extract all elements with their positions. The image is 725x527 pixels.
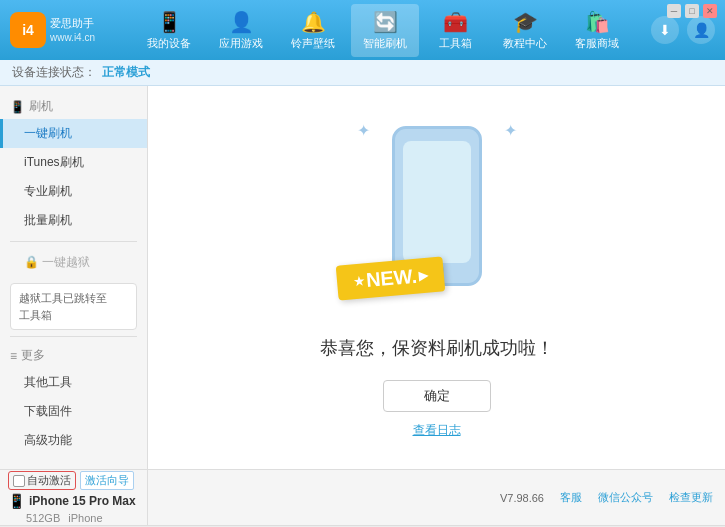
activate-row: 自动激活 激活向导 bbox=[8, 471, 139, 490]
sidebar-item-download[interactable]: 下载固件 bbox=[0, 397, 147, 426]
nav-my-device[interactable]: 📱 我的设备 bbox=[135, 4, 203, 57]
sidebar-section-more: ≡ 更多 bbox=[0, 343, 147, 368]
nav-ringtone-label: 铃声壁纸 bbox=[291, 36, 335, 51]
sidebar-item-pro[interactable]: 专业刷机 bbox=[0, 177, 147, 206]
my-device-icon: 📱 bbox=[157, 10, 182, 34]
bottom-device-bar: 自动激活 激活向导 📱 iPhone 15 Pro Max 512GB iPho… bbox=[0, 469, 725, 525]
phone-illustration: ✦ ✦ ✦ ★ NEW. ▶ bbox=[347, 116, 527, 316]
auto-activate-box: 自动激活 bbox=[8, 471, 76, 490]
nav-tools[interactable]: 🧰 工具箱 bbox=[423, 4, 487, 57]
nav-tutorial[interactable]: 🎓 教程中心 bbox=[491, 4, 559, 57]
sidebar-item-advanced[interactable]: 高级功能 bbox=[0, 426, 147, 455]
logo-icon: i4 bbox=[10, 12, 46, 48]
device-phone-icon: 📱 bbox=[8, 493, 25, 509]
header-right: ⬇ 👤 bbox=[651, 16, 715, 44]
sidebar-item-one-key[interactable]: 一键刷机 bbox=[0, 119, 147, 148]
logo-text: 爱思助手 www.i4.cn bbox=[50, 16, 95, 43]
auto-activate-checkbox[interactable] bbox=[13, 475, 25, 487]
new-ribbon: ★ NEW. ▶ bbox=[335, 256, 445, 300]
customer-service-link[interactable]: 客服 bbox=[560, 490, 582, 505]
close-button[interactable]: ✕ bbox=[703, 4, 717, 18]
guide-button[interactable]: 激活向导 bbox=[80, 471, 134, 490]
flash-section-label: 刷机 bbox=[29, 98, 53, 115]
sparkle-top-right: ✦ bbox=[504, 121, 517, 140]
apps-icon: 👤 bbox=[229, 10, 254, 34]
more-section-label: 更多 bbox=[21, 347, 45, 364]
auto-activate-label: 自动激活 bbox=[27, 473, 71, 488]
update-link[interactable]: 检查更新 bbox=[669, 490, 713, 505]
wechat-link[interactable]: 微信公众号 bbox=[598, 490, 653, 505]
nav-ringtone[interactable]: 🔔 铃声壁纸 bbox=[279, 4, 347, 57]
status-label: 设备连接状态： bbox=[12, 64, 96, 81]
version-label: V7.98.66 bbox=[500, 492, 544, 504]
nav-store-label: 客服商域 bbox=[575, 36, 619, 51]
tutorial-icon: 🎓 bbox=[513, 10, 538, 34]
sidebar-item-other-tools[interactable]: 其他工具 bbox=[0, 368, 147, 397]
device-name: iPhone 15 Pro Max bbox=[29, 494, 136, 508]
device-storage: 512GB bbox=[26, 512, 60, 524]
sidebar-divider-1 bbox=[10, 241, 137, 242]
confirm-button[interactable]: 确定 bbox=[383, 380, 491, 412]
flash-section-icon: 📱 bbox=[10, 100, 25, 114]
bottom-right-panel: V7.98.66 客服 微信公众号 检查更新 bbox=[148, 470, 725, 525]
success-text: 恭喜您，保资料刷机成功啦！ bbox=[320, 336, 554, 360]
ribbon-star-left: ★ bbox=[352, 274, 364, 289]
more-section-icon: ≡ bbox=[10, 349, 17, 363]
logo: i4 爱思助手 www.i4.cn bbox=[10, 12, 95, 48]
status-bar: 设备连接状态： 正常模式 bbox=[0, 60, 725, 86]
maximize-button[interactable]: □ bbox=[685, 4, 699, 18]
download-button[interactable]: ⬇ bbox=[651, 16, 679, 44]
device-sub-info: 512GB iPhone bbox=[8, 512, 139, 524]
device-type: iPhone bbox=[68, 512, 102, 524]
nav-tools-label: 工具箱 bbox=[439, 36, 472, 51]
minimize-button[interactable]: ─ bbox=[667, 4, 681, 18]
sidebar-section-flash: 📱 刷机 bbox=[0, 94, 147, 119]
nav-bar: 📱 我的设备 👤 应用游戏 🔔 铃声壁纸 🔄 智能刷机 🧰 工具箱 🎓 bbox=[115, 4, 651, 57]
sidebar: 📱 刷机 一键刷机 iTunes刷机 专业刷机 批量刷机 🔒 一键越狱 越狱工具… bbox=[0, 86, 148, 469]
phone-screen bbox=[403, 141, 471, 263]
device-panel: 自动激活 激活向导 📱 iPhone 15 Pro Max 512GB iPho… bbox=[0, 470, 148, 525]
flash-icon: 🔄 bbox=[373, 10, 398, 34]
status-value: 正常模式 bbox=[102, 64, 150, 81]
nav-apps[interactable]: 👤 应用游戏 bbox=[207, 4, 275, 57]
log-link[interactable]: 查看日志 bbox=[413, 422, 461, 439]
user-button[interactable]: 👤 bbox=[687, 16, 715, 44]
store-icon: 🛍️ bbox=[585, 10, 610, 34]
window-controls[interactable]: ─ □ ✕ bbox=[667, 4, 717, 18]
nav-flash-label: 智能刷机 bbox=[363, 36, 407, 51]
content-area: ✦ ✦ ✦ ★ NEW. ▶ 恭喜您，保资料刷机成功啦！ 确定 bbox=[148, 86, 725, 469]
sidebar-item-batch[interactable]: 批量刷机 bbox=[0, 206, 147, 235]
new-badge-text: NEW. bbox=[365, 265, 418, 292]
ringtone-icon: 🔔 bbox=[301, 10, 326, 34]
device-info: 📱 iPhone 15 Pro Max bbox=[8, 493, 139, 509]
sidebar-divider-2 bbox=[10, 336, 137, 337]
tools-icon: 🧰 bbox=[443, 10, 468, 34]
main-layout: 📱 刷机 一键刷机 iTunes刷机 专业刷机 批量刷机 🔒 一键越狱 越狱工具… bbox=[0, 86, 725, 469]
ribbon-star-right: ▶ bbox=[418, 268, 428, 283]
sidebar-jailbreak-label: 🔒 一键越狱 bbox=[0, 248, 147, 277]
nav-tutorial-label: 教程中心 bbox=[503, 36, 547, 51]
nav-store[interactable]: 🛍️ 客服商域 bbox=[563, 4, 631, 57]
header: i4 爱思助手 www.i4.cn 📱 我的设备 👤 应用游戏 🔔 铃声壁纸 🔄 bbox=[0, 0, 725, 60]
sidebar-jailbreak-note: 越狱工具已跳转至 工具箱 bbox=[10, 283, 137, 330]
sparkle-top-left: ✦ bbox=[357, 121, 370, 140]
nav-my-device-label: 我的设备 bbox=[147, 36, 191, 51]
nav-flash[interactable]: 🔄 智能刷机 bbox=[351, 4, 419, 57]
nav-apps-label: 应用游戏 bbox=[219, 36, 263, 51]
sidebar-item-itunes[interactable]: iTunes刷机 bbox=[0, 148, 147, 177]
